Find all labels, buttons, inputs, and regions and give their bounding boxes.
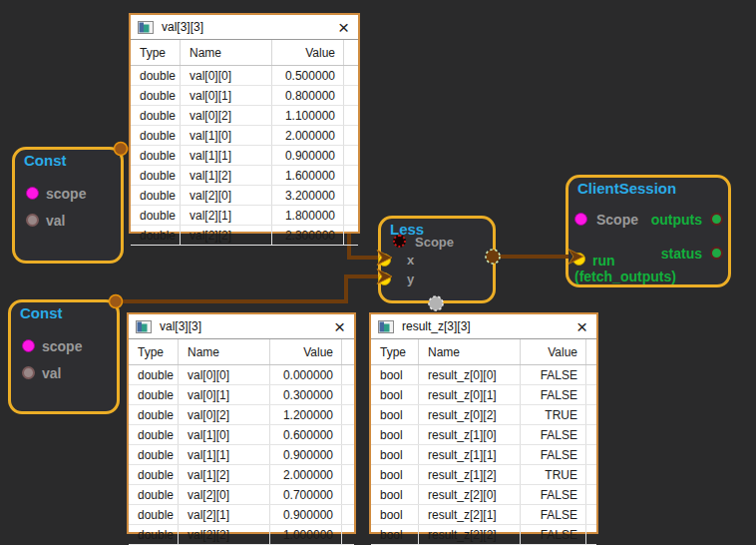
cell-value: 2.300000	[272, 226, 344, 245]
node-less[interactable]: Less Scope x y	[378, 216, 496, 303]
cell-type: bool	[371, 385, 419, 404]
table-row[interactable]: boolresult_z[1][2]TRUE	[371, 465, 596, 485]
cell-value: 0.900000	[270, 445, 342, 464]
cell-spacer	[342, 445, 354, 464]
column-header-value[interactable]: Value	[272, 40, 344, 65]
scope-port[interactable]	[574, 213, 587, 226]
close-icon[interactable]: ×	[574, 317, 589, 336]
window-titlebar[interactable]: val[3][3] ×	[131, 15, 358, 40]
cell-name: result_z[0][1]	[419, 385, 521, 404]
cell-type: bool	[371, 445, 419, 464]
table-row[interactable]: doubleval[2][0]0.700000	[129, 485, 354, 505]
y-input-port[interactable]	[378, 272, 391, 285]
cell-spacer	[586, 425, 596, 444]
x-input-port[interactable]	[378, 254, 391, 267]
table-row[interactable]: boolresult_z[2][0]FALSE	[371, 485, 596, 505]
table-row[interactable]: boolresult_z[1][1]FALSE	[371, 445, 596, 465]
cell-value: FALSE	[521, 485, 586, 504]
table-row[interactable]: boolresult_z[2][2]FALSE	[371, 525, 596, 545]
cell-value: 1.000000	[270, 525, 342, 544]
table-row[interactable]: doubleval[0][0]0.000000	[129, 365, 354, 385]
cell-type: bool	[371, 485, 419, 504]
column-header-value[interactable]: Value	[521, 339, 586, 364]
table-row[interactable]: doubleval[2][1]0.900000	[129, 505, 354, 525]
scope-port-label: scope	[42, 339, 82, 353]
node-client-session[interactable]: ClientSession Scope outputs status run (…	[566, 175, 731, 287]
cell-name: val[0][2]	[179, 405, 270, 424]
table-row[interactable]: boolresult_z[1][0]FALSE	[371, 425, 596, 445]
column-header-name[interactable]: Name	[179, 339, 270, 364]
column-header-name[interactable]: Name	[419, 339, 521, 364]
cell-type: double	[129, 505, 179, 524]
window-val-top: val[3][3] × Type Name Value doubleval[0]…	[129, 13, 360, 234]
node-const-bottom[interactable]: Const scope val	[8, 299, 120, 414]
table-row[interactable]: doubleval[1][2]2.000000	[129, 465, 354, 485]
status-port[interactable]	[710, 247, 723, 260]
val-port[interactable]	[26, 214, 39, 227]
cell-spacer	[342, 505, 354, 524]
table-row[interactable]: doubleval[0][1]0.300000	[129, 385, 354, 405]
table-row[interactable]: doubleval[0][2]1.200000	[129, 405, 354, 425]
table-row[interactable]: doubleval[1][1]0.900000	[131, 146, 358, 166]
table-row[interactable]: boolresult_z[0][1]FALSE	[371, 385, 596, 405]
scope-port-label: Scope	[415, 236, 454, 250]
column-header-value[interactable]: Value	[270, 339, 342, 364]
cell-type: double	[129, 465, 179, 484]
column-header-spacer	[342, 339, 354, 364]
column-header-type[interactable]: Type	[131, 40, 181, 65]
node-const-top[interactable]: Const scope val	[12, 147, 124, 264]
status-port-label: status	[661, 247, 702, 261]
cell-value: FALSE	[521, 425, 586, 444]
table-row[interactable]: doubleval[1][1]0.900000	[129, 445, 354, 465]
cell-type: double	[129, 385, 179, 404]
column-header-spacer	[344, 40, 358, 65]
scope-port[interactable]	[393, 235, 406, 248]
cell-type: double	[131, 146, 181, 165]
run-input-label: run	[592, 254, 615, 268]
outputs-port[interactable]	[710, 213, 723, 226]
cell-type: double	[131, 66, 181, 85]
column-header-name[interactable]: Name	[181, 40, 272, 65]
cell-spacer	[344, 186, 358, 205]
table-row[interactable]: doubleval[1][0]0.600000	[129, 425, 354, 445]
table-window-icon	[378, 320, 394, 333]
table-row[interactable]: doubleval[0][1]0.800000	[131, 86, 358, 106]
table-row[interactable]: doubleval[2][2]1.000000	[129, 525, 354, 545]
cell-name: val[1][2]	[179, 465, 270, 484]
table-row[interactable]: doubleval[2][1]1.800000	[131, 206, 358, 226]
column-header-type[interactable]: Type	[129, 339, 179, 364]
window-titlebar[interactable]: result_z[3][3] ×	[371, 314, 596, 339]
node-title: Const	[24, 152, 67, 169]
table-row[interactable]: boolresult_z[0][2]TRUE	[371, 405, 596, 425]
column-header-type[interactable]: Type	[371, 339, 419, 364]
cell-value: TRUE	[521, 405, 586, 424]
scope-port[interactable]	[26, 187, 39, 200]
run-input-port[interactable]	[572, 253, 585, 266]
cell-type: bool	[371, 405, 419, 424]
scope-port[interactable]	[22, 339, 35, 352]
table-row[interactable]: boolresult_z[0][0]FALSE	[371, 365, 596, 385]
window-titlebar[interactable]: val[3][3] ×	[129, 314, 354, 339]
table-row[interactable]: doubleval[0][0]0.500000	[131, 66, 358, 86]
table-row[interactable]: doubleval[2][0]3.200000	[131, 186, 358, 206]
cell-value: 0.600000	[270, 425, 342, 444]
wire-const-bottom-to-less-y[interactable]	[116, 276, 378, 301]
table-row[interactable]: doubleval[1][2]1.600000	[131, 166, 358, 186]
cell-spacer	[342, 525, 354, 544]
table-row[interactable]: boolresult_z[2][1]FALSE	[371, 505, 596, 525]
node-title: ClientSession	[577, 180, 676, 197]
node-editor-canvas[interactable]: Const scope val Const scope val Less Sco…	[0, 0, 756, 545]
close-icon[interactable]: ×	[336, 18, 351, 37]
val-port[interactable]	[22, 366, 35, 379]
cell-name: result_z[1][1]	[419, 445, 521, 464]
cell-spacer	[342, 385, 354, 404]
table-row[interactable]: doubleval[1][0]2.000000	[131, 126, 358, 146]
cell-value: 0.500000	[272, 66, 344, 85]
table-row[interactable]: doubleval[2][2]2.300000	[131, 226, 358, 246]
column-header-spacer	[586, 339, 596, 364]
cell-spacer	[344, 86, 358, 105]
table-row[interactable]: doubleval[0][2]1.100000	[131, 106, 358, 126]
cell-name: result_z[2][0]	[419, 485, 521, 504]
cell-name: val[2][2]	[181, 226, 272, 245]
close-icon[interactable]: ×	[332, 317, 347, 336]
